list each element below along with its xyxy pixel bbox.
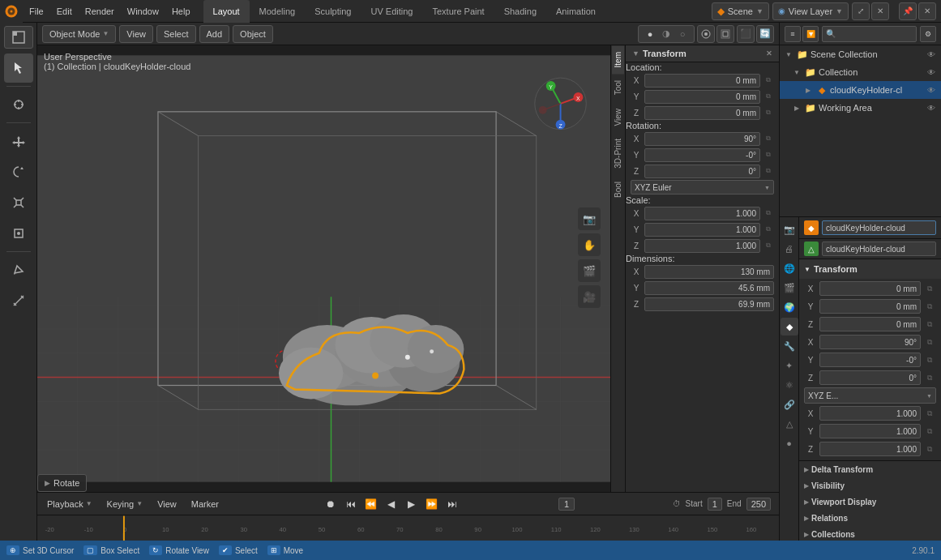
- prop-loc-y-val[interactable]: 0 mm: [819, 299, 921, 314]
- outliner-options-btn[interactable]: ⚙: [920, 26, 936, 42]
- xray-btn[interactable]: [716, 25, 734, 43]
- step-forward-btn[interactable]: ⏩: [423, 495, 441, 513]
- hand-pan-btn[interactable]: ✋: [578, 233, 601, 256]
- select-mode-btn[interactable]: [4, 26, 33, 49]
- working-area-expand[interactable]: ▶: [791, 102, 802, 113]
- prop-scale-x-copy[interactable]: ⧉: [923, 407, 936, 420]
- solid-shading-btn[interactable]: ●: [642, 26, 658, 42]
- mesh-name-field[interactable]: cloudKeyHolder-cloud: [822, 242, 936, 256]
- jump-end-btn[interactable]: ⏭: [443, 495, 461, 513]
- rotation-x-value[interactable]: 90°: [644, 132, 760, 146]
- object-mode-btn[interactable]: Object Mode ▼: [42, 25, 116, 43]
- tab-item[interactable]: Item: [612, 45, 624, 74]
- prop-loc-z-copy[interactable]: ⧉: [923, 318, 936, 331]
- prop-loc-z-val[interactable]: 0 mm: [819, 317, 921, 331]
- scene-selector[interactable]: ◆ Scene ▼: [712, 2, 769, 20]
- prop-rot-z-copy[interactable]: ⧉: [923, 371, 936, 384]
- collection-item[interactable]: ▼ 📁 Collection 👁: [780, 63, 941, 81]
- tab-view[interactable]: View: [612, 102, 624, 133]
- fullscreen-btn[interactable]: ⤢: [852, 2, 870, 20]
- location-z-value[interactable]: 0 mm: [644, 106, 760, 120]
- scale-y-copy[interactable]: ⧉: [763, 224, 774, 235]
- tool-scale[interactable]: [4, 188, 33, 217]
- close-window-btn[interactable]: ✕: [871, 2, 889, 20]
- scene-collection-item[interactable]: ▼ 📁 Scene Collection 👁: [780, 45, 941, 63]
- scene-props-icon[interactable]: 🎬: [781, 279, 798, 297]
- tab-3d-print[interactable]: 3D-Print: [612, 132, 624, 175]
- rotation-y-copy[interactable]: ⧉: [763, 149, 774, 160]
- view-menu-btn[interactable]: View: [119, 25, 153, 43]
- scale-z-copy[interactable]: ⧉: [763, 240, 774, 251]
- camera-dolly-btn[interactable]: 🎥: [578, 285, 601, 308]
- dim-x-value[interactable]: 130 mm: [644, 265, 774, 279]
- prop-scale-x-val[interactable]: 1.000: [819, 406, 921, 421]
- tab-layout[interactable]: Layout: [203, 0, 250, 23]
- prop-scale-y-val[interactable]: 1.000: [819, 424, 921, 438]
- select-menu-btn[interactable]: Select: [156, 25, 196, 43]
- prop-loc-x-val[interactable]: 0 mm: [819, 281, 921, 296]
- current-frame-counter[interactable]: 1: [558, 498, 575, 511]
- marker-menu-btn[interactable]: Marker: [186, 495, 224, 513]
- close-panel-btn[interactable]: ✕: [918, 2, 936, 20]
- outliner-filter-btn[interactable]: 🔽: [802, 26, 819, 42]
- pin-btn[interactable]: 📌: [899, 2, 917, 20]
- delta-transform-section[interactable]: ▶ Delta Transform: [799, 461, 941, 477]
- tool-rotate[interactable]: [4, 157, 33, 186]
- cloud-expand[interactable]: ▶: [802, 84, 814, 96]
- world-props-icon[interactable]: 🌍: [781, 298, 798, 316]
- scale-x-value[interactable]: 1.000: [644, 207, 760, 220]
- tab-uv-editing[interactable]: UV Editing: [361, 0, 422, 23]
- tool-cursor[interactable]: [4, 90, 33, 119]
- particles-props-icon[interactable]: ✦: [781, 357, 798, 374]
- timeline-body[interactable]: -20 -10 0 10 20 30 40 50 60 70 80 90: [37, 515, 779, 541]
- tool-select[interactable]: [4, 53, 33, 83]
- tool-measure[interactable]: [4, 286, 33, 315]
- collection-expand[interactable]: ▼: [791, 66, 802, 78]
- constraints-props-icon[interactable]: 🔗: [781, 395, 798, 413]
- orbit-btn[interactable]: 🎬: [578, 259, 601, 282]
- rotation-z-copy[interactable]: ⧉: [763, 165, 774, 177]
- jump-start-btn[interactable]: ⏮: [342, 495, 360, 513]
- relations-section[interactable]: ▶ Relations: [799, 510, 941, 526]
- record-btn[interactable]: ⏺: [322, 495, 340, 513]
- physics-props-icon[interactable]: ⚛: [781, 376, 798, 394]
- tab-bool[interactable]: Bool: [612, 175, 624, 204]
- rotation-y-value[interactable]: -0°: [644, 148, 760, 162]
- scale-y-value[interactable]: 1.000: [644, 223, 760, 237]
- prop-rot-x-val[interactable]: 90°: [819, 335, 921, 349]
- material-props-icon[interactable]: ●: [781, 434, 798, 452]
- menu-edit[interactable]: Edit: [50, 0, 79, 23]
- add-menu-btn[interactable]: Add: [199, 25, 230, 43]
- prop-rot-mode-dropdown[interactable]: XYZ E... ▼: [804, 387, 936, 404]
- tab-texture-paint[interactable]: Texture Paint: [422, 0, 494, 23]
- location-y-copy[interactable]: ⧉: [763, 91, 774, 102]
- scale-z-value[interactable]: 1.000: [644, 239, 760, 253]
- data-props-icon[interactable]: △: [781, 415, 798, 433]
- prop-scale-z-val[interactable]: 1.000: [819, 442, 921, 456]
- gizmos-btn[interactable]: 🔄: [756, 25, 774, 43]
- camera-view-btn[interactable]: 📷: [578, 207, 601, 230]
- location-x-copy[interactable]: ⧉: [763, 75, 774, 86]
- dim-y-value[interactable]: 45.6 mm: [644, 281, 774, 295]
- menu-help[interactable]: Help: [165, 0, 197, 23]
- scene-collection-eye[interactable]: 👁: [925, 48, 938, 61]
- transform-section-title[interactable]: ▼ Transform: [799, 259, 941, 279]
- prop-loc-y-copy[interactable]: ⧉: [923, 300, 936, 313]
- cloud-object-item[interactable]: ▶ ◆ cloudKeyHolder-cl 👁: [780, 81, 941, 99]
- rotation-z-value[interactable]: 0°: [644, 165, 760, 178]
- tab-modeling[interactable]: Modeling: [250, 0, 306, 23]
- dim-z-value[interactable]: 69.9 mm: [644, 297, 774, 311]
- location-z-copy[interactable]: ⧉: [763, 107, 774, 118]
- tool-move[interactable]: [4, 126, 33, 156]
- prop-rot-x-copy[interactable]: ⧉: [923, 336, 936, 348]
- visibility-section[interactable]: ▶ Visibility: [799, 477, 941, 494]
- menu-file[interactable]: File: [23, 0, 50, 23]
- render-props-icon[interactable]: 📷: [781, 220, 798, 238]
- transform-close[interactable]: ✕: [766, 49, 772, 58]
- prop-loc-x-copy[interactable]: ⧉: [923, 282, 936, 295]
- working-area-eye[interactable]: 👁: [925, 101, 938, 114]
- tool-transform[interactable]: [4, 219, 33, 248]
- cloud-object-eye[interactable]: 👁: [925, 83, 938, 96]
- collection-eye[interactable]: 👁: [925, 66, 938, 79]
- object-props-icon[interactable]: ◆: [781, 318, 798, 336]
